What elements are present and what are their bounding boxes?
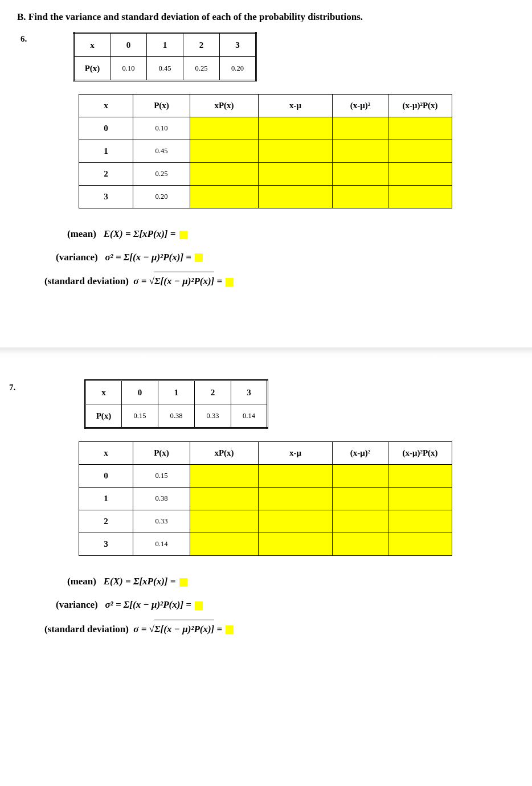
work-table: x P(x) xP(x) x-μ (x-μ)² (x-μ)²P(x) 0 0.1… (79, 94, 452, 208)
work-header: P(x) (133, 95, 190, 117)
work-header: (x-μ)²P(x) (388, 95, 452, 117)
sd-radicand: Σ[(x − μ)²P(x)] (154, 276, 214, 286)
x-val: 2 (183, 33, 220, 57)
distribution-table: x 0 1 2 3 P(x) 0.15 0.38 0.33 0.14 (84, 379, 268, 429)
sd-eq: = (214, 276, 222, 286)
x-val: 2 (195, 380, 231, 404)
work-x: 0 (79, 465, 133, 488)
mean-label: (mean) (67, 228, 96, 239)
answer-blank (179, 578, 187, 587)
sd-formula: (standard deviation) σ = √Σ[(x − μ)²P(x)… (44, 272, 521, 308)
mean-label: (mean) (67, 576, 96, 587)
work-x: 2 (79, 510, 133, 533)
p-val: 0.14 (231, 404, 268, 428)
work-header: x (79, 442, 133, 465)
variance-label: (variance) (56, 252, 98, 263)
section-heading: B. Find the variance and standard deviat… (17, 11, 521, 23)
x-label: x (74, 33, 111, 57)
blank-cell (388, 465, 452, 488)
answer-blank (226, 625, 234, 634)
table-row: 0 0.10 (79, 117, 452, 140)
blank-cell (190, 488, 259, 510)
blank-cell (259, 163, 333, 186)
work-header: (x-μ)² (333, 442, 388, 465)
work-px: 0.10 (133, 117, 190, 140)
blank-cell (333, 163, 388, 186)
work-x: 0 (79, 117, 133, 140)
sd-label: (standard deviation) (44, 276, 129, 286)
work-x: 1 (79, 488, 133, 510)
blank-cell (259, 488, 333, 510)
table-row: 1 0.38 (79, 488, 452, 510)
mean-formula: (mean) E(X) = Σ[xP(x)] = (67, 573, 521, 591)
blank-cell (259, 465, 333, 488)
x-val: 3 (220, 33, 256, 57)
blank-cell (333, 186, 388, 208)
p-label: P(x) (74, 57, 111, 81)
blank-cell (388, 488, 452, 510)
blank-cell (388, 140, 452, 163)
p-val: 0.20 (220, 57, 256, 81)
p-val: 0.10 (111, 57, 147, 81)
p-label: P(x) (85, 404, 122, 428)
work-header: xP(x) (190, 442, 259, 465)
blank-cell (190, 510, 259, 533)
x-label: x (85, 380, 122, 404)
table-row: 0 0.15 (79, 465, 452, 488)
mean-expr: E(X) = Σ[xP(x)] = (104, 576, 176, 587)
sd-radicand: Σ[(x − μ)²P(x)] (154, 624, 214, 634)
x-val: 1 (147, 33, 183, 57)
mean-formula: (mean) E(X) = Σ[xP(x)] = (67, 226, 521, 243)
blank-cell (259, 510, 333, 533)
p-val: 0.45 (147, 57, 183, 81)
blank-cell (388, 117, 452, 140)
problem-6: 6. x 0 1 2 3 P(x) 0.10 0.45 0.25 0.20 x … (39, 32, 521, 638)
variance-expr: σ² = Σ[(x − μ)²P(x)] = (105, 599, 191, 610)
answer-blank (179, 231, 187, 239)
x-val: 1 (158, 380, 195, 404)
sd-eq: = (214, 624, 222, 634)
table-row: 2 0.25 (79, 163, 452, 186)
sd-prefix: σ = (133, 624, 149, 634)
work-header: xP(x) (190, 95, 259, 117)
blank-cell (388, 510, 452, 533)
table-row: 3 0.14 (79, 533, 452, 556)
answer-blank (195, 253, 203, 262)
blank-cell (259, 533, 333, 556)
sd-label: (standard deviation) (44, 624, 129, 634)
problem-number: 7. (9, 383, 15, 392)
work-x: 3 (79, 533, 133, 556)
blank-cell (333, 488, 388, 510)
variance-label: (variance) (56, 599, 98, 610)
table-row: 2 0.33 (79, 510, 452, 533)
work-header: P(x) (133, 442, 190, 465)
blank-cell (259, 186, 333, 208)
blank-cell (333, 510, 388, 533)
p-val: 0.25 (183, 57, 220, 81)
blank-cell (333, 140, 388, 163)
blank-cell (190, 533, 259, 556)
work-header: (x-μ)²P(x) (388, 442, 452, 465)
work-px: 0.15 (133, 465, 190, 488)
work-x: 2 (79, 163, 133, 186)
blank-cell (388, 533, 452, 556)
sd-prefix: σ = (133, 276, 149, 286)
x-val: 0 (111, 33, 147, 57)
blank-cell (190, 163, 259, 186)
blank-cell (190, 140, 259, 163)
blank-cell (388, 163, 452, 186)
problem-number: 6. (21, 34, 27, 44)
work-px: 0.45 (133, 140, 190, 163)
blank-cell (190, 465, 259, 488)
work-px: 0.38 (133, 488, 190, 510)
blank-cell (388, 186, 452, 208)
p-val: 0.15 (122, 404, 158, 428)
table-row: 3 0.20 (79, 186, 452, 208)
work-px: 0.14 (133, 533, 190, 556)
distribution-table: x 0 1 2 3 P(x) 0.10 0.45 0.25 0.20 (73, 32, 257, 81)
blank-cell (190, 186, 259, 208)
x-val: 3 (231, 380, 268, 404)
work-x: 1 (79, 140, 133, 163)
answer-blank (226, 278, 234, 286)
work-x: 3 (79, 186, 133, 208)
